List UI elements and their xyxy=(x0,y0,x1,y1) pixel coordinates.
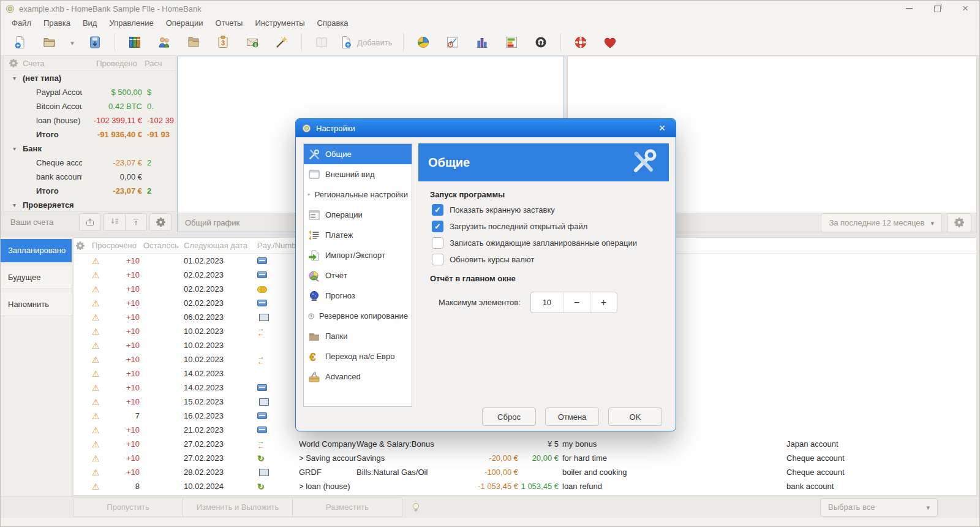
reset-button[interactable]: Сброс xyxy=(482,408,536,426)
scheduled-row[interactable]: +10 27.02.2023 World Company Wage & Sala… xyxy=(74,437,976,451)
expander-icon[interactable]: ▾ xyxy=(13,75,23,82)
settings-section-regional[interactable]: Региональные настройки xyxy=(304,184,412,205)
settings-section-advanced[interactable]: Advanced xyxy=(304,366,412,387)
report-trendtime-button[interactable] xyxy=(438,31,467,54)
open-recent-dropdown[interactable] xyxy=(64,31,80,54)
account-row[interactable]: Paypal Account$ 500,00$ xyxy=(4,85,175,99)
expander-icon[interactable]: ▾ xyxy=(13,145,23,152)
accounts-settings-button[interactable] xyxy=(149,213,172,231)
settings-section-transactions[interactable]: Операции xyxy=(304,205,412,225)
settings-section-forecast[interactable]: Прогноз xyxy=(304,286,412,306)
scheduled-row[interactable]: +10 28.02.2023 GRDF Bills:Natural Gas/Oi… xyxy=(74,465,976,479)
manage-scheduled-button[interactable]: 3 xyxy=(208,31,238,54)
help-button[interactable] xyxy=(566,31,595,54)
col-overdue[interactable]: Просрочено xyxy=(87,241,143,250)
open-file-button[interactable] xyxy=(35,31,64,54)
checkbox-row[interactable]: Загрузить последний открытый файл xyxy=(432,221,669,232)
settings-section-backup[interactable]: Резервное копирование xyxy=(304,306,412,326)
settings-section-report[interactable]: Отчёт xyxy=(304,265,412,286)
scheduled-tab[interactable]: Запланировано xyxy=(1,239,72,262)
report-budget-button[interactable] xyxy=(497,31,526,54)
col-left[interactable]: Осталось xyxy=(143,241,184,250)
column-settings-button[interactable] xyxy=(4,59,23,67)
accounts-col-cleared[interactable]: Проведено xyxy=(77,59,137,68)
increment-button[interactable]: + xyxy=(590,292,617,313)
checkbox-row[interactable]: Показать экранную заставку xyxy=(432,204,669,216)
donate-button[interactable] xyxy=(595,31,625,54)
account-row[interactable]: bank account0,00 € xyxy=(4,170,175,184)
menu-item[interactable]: Инструменты xyxy=(249,17,311,29)
menu-item[interactable]: Отчеты xyxy=(209,17,249,29)
accounts-col-name[interactable]: Счета xyxy=(23,59,77,68)
ok-button[interactable]: OK xyxy=(608,408,662,426)
manage-budget-button[interactable]: $ xyxy=(238,31,267,54)
date-range-dropdown[interactable]: За последние 12 месяцев xyxy=(821,213,942,232)
menu-item[interactable]: Справка xyxy=(311,17,355,29)
accounts-col-reconciled[interactable]: Расч xyxy=(137,59,175,68)
next-date: 02.02.2023 xyxy=(184,284,251,294)
settings-section-euro[interactable]: €Переход на/с Евро xyxy=(304,346,412,366)
dialog-close-button[interactable] xyxy=(655,121,669,135)
checkbox[interactable] xyxy=(432,237,443,249)
menu-item[interactable]: Управление xyxy=(103,17,159,29)
settings-section-import-export[interactable]: Импорт/Экспорт xyxy=(304,245,412,265)
new-file-button[interactable] xyxy=(6,31,35,54)
minimize-button[interactable] xyxy=(895,1,923,17)
cancel-button[interactable]: Отмена xyxy=(545,408,599,426)
col-pay-number[interactable]: Pay./Number xyxy=(251,241,299,250)
scheduled-row[interactable]: +10 27.02.2023 > Saving account Savings … xyxy=(74,451,976,465)
manage-assignments-button[interactable] xyxy=(267,31,296,54)
settings-section-payment[interactable]: Платеж xyxy=(304,225,412,245)
show-legend-button[interactable] xyxy=(307,31,336,54)
account-row[interactable]: Bitcoin Account0.42 BTC0. xyxy=(4,99,175,113)
report-vehicle-cost-button[interactable] xyxy=(526,31,556,54)
expand-all-button[interactable] xyxy=(104,213,126,231)
menu-item[interactable]: Файл xyxy=(6,17,37,29)
checkbox-row[interactable]: Обновить курсы валют xyxy=(432,254,669,265)
checkbox-row[interactable]: Записать ожидающие запланированные опера… xyxy=(432,237,669,249)
scheduled-tab[interactable]: Будущее xyxy=(1,266,72,289)
settings-section-folders[interactable]: Папки xyxy=(304,326,412,346)
show-all-accounts-button[interactable] xyxy=(79,213,101,231)
close-button[interactable] xyxy=(951,1,979,17)
edit-and-post-button[interactable]: Изменить и Выложить xyxy=(183,498,293,517)
settings-section-appearance[interactable]: Внешний вид xyxy=(304,164,412,184)
add-transaction-button[interactable]: Добавить xyxy=(336,31,398,54)
select-all-dropdown[interactable]: Выбрать все xyxy=(820,498,938,517)
checkbox[interactable] xyxy=(432,254,443,265)
max-items-value[interactable]: 10 xyxy=(531,292,563,313)
save-button[interactable] xyxy=(80,31,110,54)
restore-button[interactable] xyxy=(923,1,951,17)
account-group-row[interactable]: ▾(нет типа) xyxy=(4,71,175,85)
report-settings-button[interactable] xyxy=(947,213,971,232)
max-items-spinner: 10 − + xyxy=(530,292,617,313)
collapse-all-button[interactable] xyxy=(125,213,147,231)
column-settings-button[interactable] xyxy=(74,241,87,250)
report-statistics-button[interactable] xyxy=(409,31,438,54)
menu-item[interactable]: Правка xyxy=(37,17,77,29)
account-row[interactable]: Cheque account-23,07 €2 xyxy=(4,156,175,170)
payment-type-icon xyxy=(259,469,269,476)
checkbox[interactable] xyxy=(432,204,443,216)
report-balance-button[interactable] xyxy=(467,31,497,54)
checkbox[interactable] xyxy=(432,221,443,232)
manage-payees-button[interactable] xyxy=(149,31,179,54)
minimize-icon xyxy=(906,8,913,9)
col-next-date[interactable]: Следующая дата xyxy=(184,241,251,250)
main-toolbar: 3 $ Добавить xyxy=(1,29,979,56)
menu-item[interactable]: Операции xyxy=(160,17,209,29)
post-button[interactable]: Разместить xyxy=(292,498,402,517)
account-group-row[interactable]: ▾Банк xyxy=(4,142,175,156)
manage-accounts-button[interactable] xyxy=(120,31,149,54)
manage-categories-button[interactable] xyxy=(179,31,208,54)
toolbar-separator xyxy=(115,33,115,51)
settings-section-general[interactable]: Общие xyxy=(304,144,412,164)
skip-button[interactable]: Пропустить xyxy=(73,498,183,517)
account-row[interactable]: loan (house)-102 399,11 €-102 39 xyxy=(4,113,175,127)
account-group-row[interactable]: ▾Проверяется xyxy=(4,198,175,211)
expander-icon[interactable]: ▾ xyxy=(13,202,23,208)
menu-item[interactable]: Вид xyxy=(77,17,104,29)
scheduled-tab[interactable]: Напомнить xyxy=(1,293,72,316)
scheduled-row[interactable]: 8 10.02.2024 > loan (house) -1 053,45 € … xyxy=(74,479,976,493)
decrement-button[interactable]: − xyxy=(563,292,590,313)
